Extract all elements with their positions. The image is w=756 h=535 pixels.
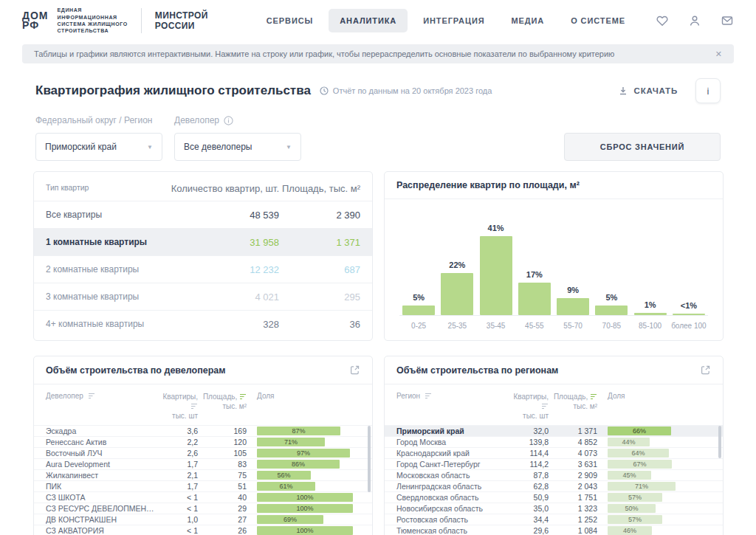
minstroy-line: МИНСТРОЙ bbox=[155, 10, 208, 21]
share-bar: 45% bbox=[608, 471, 651, 480]
developer-col-header[interactable]: Девелопер bbox=[46, 392, 155, 400]
row-value: 2 390 bbox=[279, 210, 360, 221]
units-col-header[interactable]: Квартиры, тыс. шт bbox=[155, 392, 198, 421]
table-row[interactable]: 2 комнатные квартиры12 232687 bbox=[34, 255, 372, 283]
region-row[interactable]: Свердловская область50,91 75157% bbox=[385, 491, 723, 503]
developer-row[interactable]: ПИК1,75161% bbox=[34, 480, 372, 491]
chart-bar[interactable] bbox=[634, 313, 667, 315]
chart-category-label: 25-35 bbox=[438, 322, 476, 330]
region-row[interactable]: Ленинградская область62,82 04371% bbox=[385, 480, 723, 491]
table-row[interactable]: 1 комнатные квартиры31 9581 371 bbox=[34, 228, 372, 255]
row-area-value: 4 852 bbox=[549, 438, 597, 446]
developers-table-body: Эскадра3,616987%Ренессанс Актив2,212071%… bbox=[34, 425, 372, 535]
developer-row[interactable]: Aura Development1,78386% bbox=[34, 458, 372, 469]
share-bar: 100% bbox=[257, 526, 353, 535]
user-icon[interactable] bbox=[688, 14, 701, 27]
developer-select[interactable]: Все девелоперы ▼ bbox=[174, 133, 301, 161]
share-bar-cell: 56% bbox=[257, 471, 360, 480]
row-area-value: 1 084 bbox=[549, 526, 597, 535]
row-area-value: 4 073 bbox=[549, 449, 597, 458]
table-row[interactable]: 3 комнатные квартиры4 021295 bbox=[34, 283, 372, 310]
region-select[interactable]: Приморский край ▼ bbox=[35, 133, 162, 161]
reset-button[interactable]: СБРОС ЗНАЧЕНИЙ bbox=[564, 133, 721, 161]
share-bar: 57% bbox=[608, 515, 662, 524]
top-header: ДОМ РФ ЕДИНАЯ ИНФОРМАЦИОННАЯ СИСТЕМА ЖИЛ… bbox=[0, 0, 756, 41]
sort-icon bbox=[190, 403, 198, 410]
row-label: 2 комнатные квартиры bbox=[46, 264, 161, 275]
mail-icon[interactable] bbox=[721, 14, 734, 27]
table-row[interactable]: 4+ комнатные квартиры32836 bbox=[34, 310, 372, 337]
area-col-header[interactable]: Площадь, тыс. м² bbox=[198, 392, 247, 411]
developer-row[interactable]: ДВ КОНСТРАКШЕН1,02769% bbox=[34, 514, 372, 525]
nav-item-link[interactable]: МЕДИА bbox=[501, 9, 556, 32]
chart-category-label: 85-100 bbox=[631, 322, 670, 330]
row-value: 1 371 bbox=[279, 237, 360, 248]
regions-card-title: Объём строительства по регионам bbox=[385, 356, 723, 384]
units-col-header[interactable]: Квартиры, тыс. шт bbox=[506, 392, 549, 421]
row-units-value: 50,9 bbox=[506, 493, 549, 502]
developer-row[interactable]: Восточный ЛУЧ2,610597% bbox=[34, 447, 372, 458]
share-bar-cell: 57% bbox=[608, 515, 711, 524]
developer-row[interactable]: СЗ АКВАТОРИЯ< 126100% bbox=[34, 525, 372, 535]
region-row[interactable]: Ростовская область34,41 25257% bbox=[385, 514, 723, 525]
table-row[interactable]: Все квартиры48 5392 390 bbox=[34, 201, 372, 228]
row-area-value: 51 bbox=[198, 482, 247, 491]
type-table-body: Все квартиры48 5392 3901 комнатные кварт… bbox=[34, 201, 372, 337]
info-circle-icon[interactable] bbox=[224, 116, 233, 125]
regions-table-body: Приморский край32,01 37166%Город Москва1… bbox=[385, 425, 723, 535]
region-row[interactable]: Тюменская область29,61 08446% bbox=[385, 525, 723, 535]
regions-table-header: Регион Квартиры, тыс. шт Площадь, тыс. м… bbox=[385, 384, 723, 425]
scrollbar[interactable] bbox=[718, 426, 721, 458]
region-row[interactable]: Приморский край32,01 37166% bbox=[385, 425, 723, 436]
eisgs-caption: ЕДИНАЯ ИНФОРМАЦИОННАЯ СИСТЕМА ЖИЛИЩНОГО … bbox=[58, 7, 128, 35]
units-col-l2: тыс. шт bbox=[506, 411, 549, 421]
developer-row[interactable]: Ренессанс Актив2,212071% bbox=[34, 436, 372, 447]
region-row[interactable]: Город Санкт-Петербург114,23 63167% bbox=[385, 458, 723, 469]
sort-icon bbox=[425, 393, 432, 399]
chart-bar[interactable] bbox=[595, 306, 628, 315]
region-row[interactable]: Краснодарский край114,44 07364% bbox=[385, 447, 723, 458]
share-bar: 86% bbox=[257, 460, 340, 469]
minstroy-logo[interactable]: МИНСТРОЙ РОССИИ bbox=[155, 10, 208, 32]
info-button[interactable]: i bbox=[695, 78, 721, 103]
expand-icon[interactable] bbox=[700, 365, 711, 376]
download-label: СКАЧАТЬ bbox=[634, 86, 678, 95]
row-label: Краснодарский край bbox=[396, 449, 506, 458]
row-units-value: 139,8 bbox=[506, 438, 549, 446]
share-bar: 71% bbox=[257, 438, 325, 446]
close-icon[interactable]: ✕ bbox=[715, 49, 722, 59]
developer-row[interactable]: Эскадра3,616987% bbox=[34, 425, 372, 436]
domrf-logo[interactable]: ДОМ РФ bbox=[22, 11, 49, 31]
chart-categories: 0-2525-3535-4545-5555-7070-8585-100более… bbox=[399, 316, 708, 330]
units-col-l1: Квартиры, bbox=[162, 393, 198, 401]
developer-filter-label-text: Девелопер bbox=[174, 115, 219, 125]
scrollbar[interactable] bbox=[368, 426, 371, 492]
chart-bar[interactable] bbox=[402, 306, 435, 315]
share-bar: 56% bbox=[257, 471, 311, 480]
page-title: Квартирография жилищного строительства bbox=[35, 83, 311, 98]
developer-row[interactable]: СЗ ШКОТА< 140100% bbox=[34, 491, 372, 503]
chart-bar[interactable] bbox=[480, 236, 512, 315]
expand-icon[interactable] bbox=[349, 365, 360, 376]
favorites-heart-icon[interactable] bbox=[656, 14, 669, 27]
nav-item-link[interactable]: О СИСТЕМЕ bbox=[560, 9, 636, 32]
area-col-l2: тыс. м² bbox=[549, 401, 597, 411]
chart-bar[interactable] bbox=[441, 273, 473, 315]
share-bar-cell: 86% bbox=[257, 460, 360, 469]
region-row[interactable]: Город Москва139,84 85244% bbox=[385, 436, 723, 447]
chart-bar[interactable] bbox=[673, 314, 705, 315]
developer-row[interactable]: Жилкапинвест2,17556% bbox=[34, 469, 372, 480]
developer-row[interactable]: СЗ РЕСУРС ДЕВЕЛОПМЕНТ-О...< 129100% bbox=[34, 503, 372, 514]
chart-bar[interactable] bbox=[557, 298, 589, 315]
chart-bar[interactable] bbox=[518, 283, 551, 315]
region-row[interactable]: Московская область87,82 90945% bbox=[385, 469, 723, 480]
nav-item-active[interactable]: АНАЛИТИКА bbox=[329, 9, 408, 32]
chart-bar-column: 17% bbox=[515, 270, 554, 315]
region-col-header[interactable]: Регион bbox=[396, 392, 506, 400]
nav-item-link[interactable]: СЕРВИСЫ bbox=[255, 9, 324, 32]
nav-item-link[interactable]: ИНТЕГРАЦИЯ bbox=[412, 9, 495, 32]
area-col-header[interactable]: Площадь, тыс. м² bbox=[549, 392, 597, 411]
region-row[interactable]: Новосибирская область35,01 32350% bbox=[385, 503, 723, 514]
row-area-value: 2 043 bbox=[549, 482, 597, 491]
download-button[interactable]: СКАЧАТЬ bbox=[618, 86, 678, 96]
